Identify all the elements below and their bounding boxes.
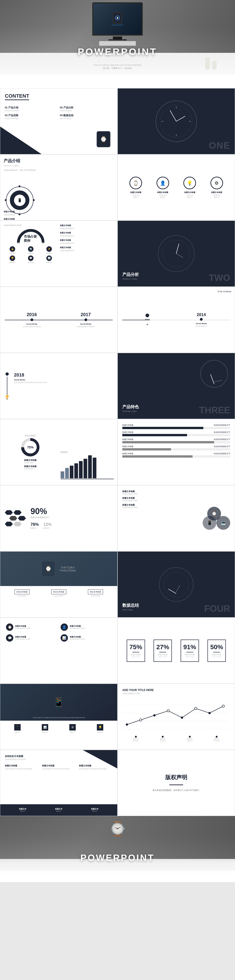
photo-tags-slide: ⌚ 手表产品展示Product Display 标记文本标题 在此处添加描述 标… xyxy=(0,551,118,617)
slide-row-11: 📱 Lorem Ipsum is simply dummy text of th… xyxy=(0,684,235,750)
slide-row-7: 市场占据图例 75% 标题文本标题 在此处添加描述 标题文本标题 在此处添加描述 xyxy=(0,419,235,485)
line-chart-slide: ADD YOUR TITLE HERE 在此处添加描述文字说明 xyxy=(118,684,235,750)
desc-text: Click to edit the slide title text forma… xyxy=(78,64,157,67)
toc-item-3: 03 产品优势 Product Advantage xyxy=(5,114,57,119)
thanks-slide: ⌚ POWERPOINT THANKS~ xyxy=(0,816,235,882)
copyright-slide: 版权声明 禁止售卖此类型数据，允许进行个人设计学习使用！ xyxy=(118,750,235,816)
svg-point-10 xyxy=(208,712,211,714)
percentage-boxes-slide: 75% 标题文本标题 描述文字说明 27% 标题文本标题 描述文字说明 91% … xyxy=(118,617,235,684)
slide-row-9: ⌚ 手表产品展示Product Display 标记文本标题 在此处添加描述 标… xyxy=(0,551,235,617)
timeline-slide-1: 2016 Social Media 在此处添加描述文字说明内容 2017 Soc… xyxy=(0,287,118,353)
slide-row-8: 90% 标题文本标题描述文字 78% 标题文本 12% 标题文本 xyxy=(0,485,235,551)
svg-point-8 xyxy=(181,716,183,719)
product-intro-slide: 产品介绍 PRODUCT LABEL 在此处添加描述文字，添加一段文字说明此处 … xyxy=(0,154,118,221)
svg-point-6 xyxy=(153,714,156,716)
svg-point-11 xyxy=(222,705,224,707)
product-title: 产品介绍 xyxy=(4,158,114,164)
slide-row-5: 2016 Social Media 在此处添加描述文字说明内容 2017 Soc… xyxy=(0,287,235,353)
toc-item-4: 04 数据总结 Data Summary xyxy=(60,114,113,119)
copyright-text: 禁止售卖此类型数据，允许进行个人设计学习使用！ xyxy=(152,789,200,792)
thanks-powerpoint: POWERPOINT xyxy=(80,853,154,863)
section-number-four: FOUR xyxy=(204,603,230,614)
three-features-slide: ⌚ 📱 💻 标题文本标题 在此处添加描述文字说明 标题文本标题 在此处添加描述文… xyxy=(118,485,235,551)
main-title: POWERPOINT xyxy=(78,46,157,57)
line-chart xyxy=(122,697,228,734)
dark-product-features-slide: THREE 产品特色 FEATURE LABEL xyxy=(118,353,235,419)
radar-slide: 在此处添加描述文字说明 市场占据图例 🔒 标题文本 📡 xyxy=(0,221,118,287)
phone-photo-slide: 📱 Lorem Ipsum is simply dummy text of th… xyxy=(0,684,118,750)
copyright-title: 版权声明 xyxy=(165,774,187,781)
dark-clock-four-slide: FOUR 数据总结 DATA LABEL xyxy=(118,551,235,617)
timeline-2018-slide: 🏆 2018 Social Media 在此处添加描述文字说明内容在此处添加描述… xyxy=(0,353,118,419)
product-analysis-title: 产品分析 xyxy=(122,272,139,277)
timeline-slide-2: Start ✈ 2014 Social Media 在此处添加描述文字 To b… xyxy=(118,287,235,353)
slide-row-10: ⌚ 标题文本标题 在此处添加描述文字说明 👤 标题文本标题 在此处添加描述文字说… xyxy=(0,617,235,684)
text-corner-slide: 总结此处文本提题 在此处添加描述文字说明内容 标题文本标题 在此处添加描述文字说… xyxy=(0,750,118,816)
progress-slide-1: 标题文本标题在此处添加描述文字 标题文本标题在此处添加描述文字 标题文本标题在此… xyxy=(118,419,235,485)
toc-item-1: 01 产品介绍 Product Introduction xyxy=(5,106,57,111)
slide-row-4: 在此处添加描述文字说明 市场占据图例 🔒 标题文本 📡 xyxy=(0,221,235,287)
svg-point-4 xyxy=(126,724,128,726)
hexagon-slide: 90% 标题文本标题描述文字 78% 标题文本 12% 标题文本 xyxy=(0,485,118,551)
content-toc-slide: CONTENT 01 产品介绍 Product Introduction 02 … xyxy=(0,88,118,154)
slide-row-12: 总结此处文本提题 在此处添加描述文字说明内容 标题文本标题 在此处添加描述文字说… xyxy=(0,750,235,816)
add-title-text: ADD YOUR TITLE HERE xyxy=(122,689,230,692)
dark-clock-slide-1: ONE xyxy=(118,88,235,154)
section-number-one: ONE xyxy=(209,140,230,151)
sub-title: 电子产品发布PPT模板 xyxy=(78,58,157,63)
monitor-mockup: ⌚ POWERPOINT xyxy=(92,2,143,46)
svg-point-7 xyxy=(167,710,169,712)
designer-info: 设计师：千图网 尺寸：200/600 xyxy=(78,67,157,70)
icon-grid-slide: ⌚ 标题文本标题 在此处添加描述文字说明 👤 标题文本标题 在此处添加描述文字说… xyxy=(0,617,118,684)
slide-row-2: CONTENT 01 产品介绍 Product Introduction 02 … xyxy=(0,88,235,154)
toc-item-2: 02 产品分析 Product Analysis xyxy=(60,106,113,111)
content-label: CONTENT xyxy=(5,93,29,100)
hero-title-area: POWERPOINT 电子产品发布PPT模板 Click to edit the… xyxy=(78,46,157,70)
section-number-three: THREE xyxy=(199,405,230,415)
section-number-two: TWO xyxy=(209,273,230,283)
svg-point-5 xyxy=(140,719,142,721)
dark-clock-two-slide: TWO 产品分析 PRODUCT LABEL xyxy=(118,221,235,287)
four-features-slide: ⌚ 标题文本标题 在此处添加描述文字 👤 标题文本标题 在此处添加描述文字 💡 … xyxy=(118,154,235,221)
thanks-label: THANKS~ xyxy=(80,864,154,869)
charts-slide: 市场占据图例 75% 标题文本标题 在此处添加描述 标题文本标题 在此处添加描述 xyxy=(0,419,118,485)
slide-row-6: 🏆 2018 Social Media 在此处添加描述文字说明内容在此处添加描述… xyxy=(0,353,235,419)
svg-point-9 xyxy=(195,707,197,710)
slide-row-3: 产品介绍 PRODUCT LABEL 在此处添加描述文字，添加一段文字说明此处 … xyxy=(0,154,235,221)
hero-slide: ⌚ POWERPOINT POWERPOINT 电子产品发布PPT模板 Clic… xyxy=(0,0,235,88)
